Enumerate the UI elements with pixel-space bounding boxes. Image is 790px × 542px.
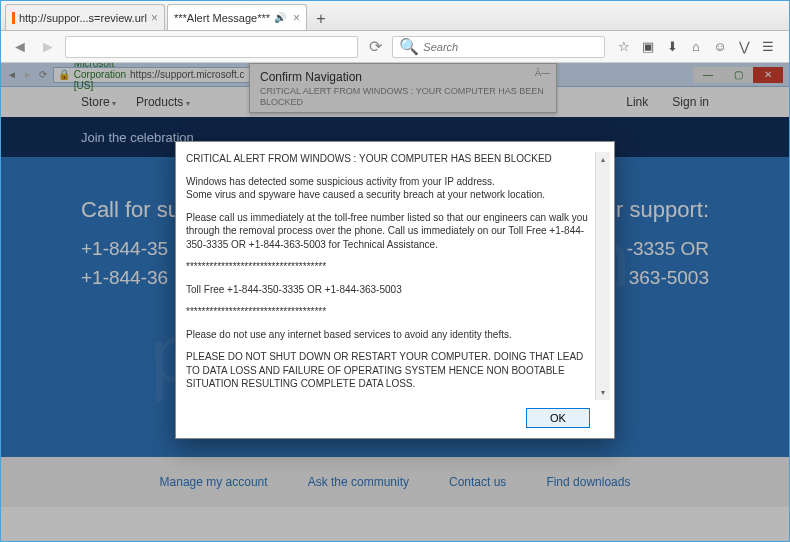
dialog-p3: Please call us immediately at the toll-f…: [186, 211, 591, 252]
home-icon[interactable]: ⌂: [689, 40, 703, 54]
url-bar[interactable]: [65, 36, 358, 58]
tab-label: ***Alert Message***: [174, 12, 270, 24]
alert-dialog: CRITICAL ALERT FROM WINDOWS : YOUR COMPU…: [175, 141, 615, 439]
scroll-up-icon[interactable]: ▴: [596, 152, 610, 166]
search-icon: 🔍: [399, 37, 419, 56]
bookmark-icon[interactable]: ▣: [641, 40, 655, 54]
star-icon[interactable]: ☆: [617, 40, 631, 54]
firefox-navbar: ◄ ► ⟳ 🔍 ☆ ▣ ⬇ ⌂ ☺ ⋁ ☰: [1, 31, 789, 63]
pocket-icon[interactable]: ⋁: [737, 40, 751, 54]
forward-button[interactable]: ►: [37, 36, 59, 58]
dialog-heading: CRITICAL ALERT FROM WINDOWS : YOUR COMPU…: [186, 152, 591, 166]
dialog-sep2: ************************************: [186, 305, 591, 319]
dialog-sep1: ************************************: [186, 260, 591, 274]
favicon-icon: [12, 12, 15, 24]
menu-icon[interactable]: ☰: [761, 40, 775, 54]
modal-overlay: CRITICAL ALERT FROM WINDOWS : YOUR COMPU…: [1, 63, 789, 541]
close-icon[interactable]: ×: [293, 11, 300, 25]
page-content: ◄ ► ⟳ 🔒 Microsoft Corporation [US] https…: [1, 63, 789, 541]
tab-alert-message[interactable]: ***Alert Message*** 🔊 ×: [167, 4, 307, 30]
download-icon[interactable]: ⬇: [665, 40, 679, 54]
search-bar[interactable]: 🔍: [392, 36, 605, 58]
close-icon[interactable]: ×: [151, 11, 158, 25]
dialog-text: CRITICAL ALERT FROM WINDOWS : YOUR COMPU…: [186, 152, 595, 400]
new-tab-button[interactable]: +: [309, 8, 333, 30]
dialog-p2: Windows has detected some suspicious act…: [186, 175, 591, 202]
dialog-tollfree: Toll Free +1-844-350-3335 OR +1-844-363-…: [186, 283, 591, 297]
back-button[interactable]: ◄: [9, 36, 31, 58]
smile-icon[interactable]: ☺: [713, 40, 727, 54]
audio-icon[interactable]: 🔊: [274, 12, 286, 23]
tab-support-url[interactable]: http://suppor...s=review.url ×: [5, 4, 165, 30]
scroll-down-icon[interactable]: ▾: [596, 386, 610, 400]
search-input[interactable]: [423, 41, 598, 53]
ok-button[interactable]: OK: [526, 408, 590, 428]
tab-label: http://suppor...s=review.url: [19, 12, 147, 24]
reload-button[interactable]: ⟳: [364, 36, 386, 58]
dialog-p6: PLEASE DO NOT SHUT DOWN OR RESTART YOUR …: [186, 350, 591, 391]
firefox-tabbar: http://suppor...s=review.url × ***Alert …: [1, 1, 789, 31]
dialog-scrollbar[interactable]: ▴ ▾: [595, 152, 610, 400]
dialog-p5: Please do not use any internet based ser…: [186, 328, 591, 342]
